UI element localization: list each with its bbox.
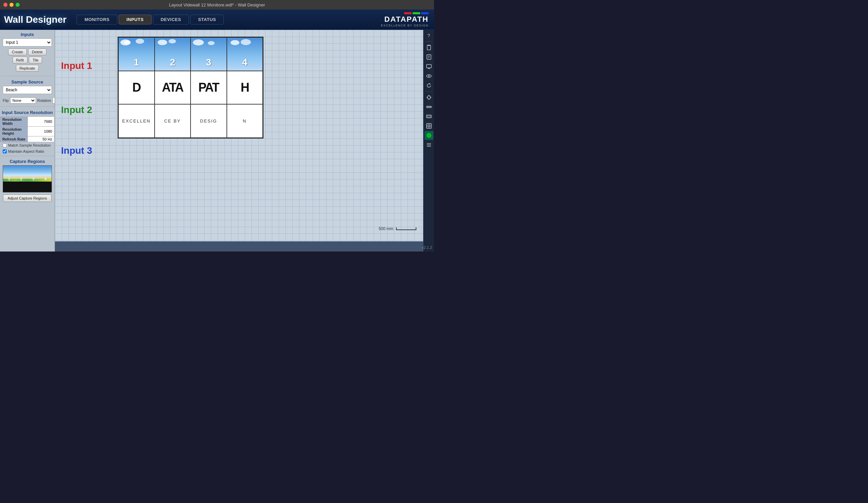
window-title: Layout Videwall 12 Monitore.wdl* - Wall … <box>169 2 265 8</box>
divider-2 <box>0 106 54 107</box>
toolbar-sep-2 <box>425 91 432 92</box>
resolution-width-cell[interactable]: 7680 <box>28 117 54 127</box>
refresh-rate-label: Refresh Rate <box>0 137 28 142</box>
input-label-3: Input 3 <box>61 145 92 156</box>
cell-number-2: 2 <box>170 57 175 68</box>
logo-cell-small-4: N <box>243 119 247 123</box>
tile-button[interactable]: Tile <box>29 57 42 63</box>
maintain-aspect-label: Maintain Aspect Ratio <box>8 149 44 153</box>
canvas-area: Input 1 Input 2 Input 3 1 <box>55 30 423 252</box>
traffic-lights[interactable] <box>3 3 20 7</box>
grid-button[interactable] <box>424 121 433 130</box>
toolbar-sep-1 <box>425 41 432 42</box>
monitor-cell-7[interactable]: PAT <box>190 71 227 104</box>
help-button[interactable]: ? <box>424 31 433 40</box>
logo-name: DATAPATH <box>384 15 428 24</box>
measure-button[interactable] <box>424 112 433 121</box>
logo-cell-text-1: D <box>132 80 141 95</box>
rotation-dropdown[interactable]: 0 90 180 270 <box>53 98 55 103</box>
cell-number-3: 3 <box>206 57 211 68</box>
delete-button[interactable]: Delete <box>28 49 46 55</box>
ruler-button[interactable] <box>424 102 433 111</box>
menu-button[interactable] <box>424 141 433 149</box>
refresh-rate-input[interactable]: 50 Hz <box>30 137 52 141</box>
monitor-cell-8[interactable]: H <box>227 71 263 104</box>
flip-rotation-row: Flip None Horizontal Vertical Both Rotat… <box>0 96 54 105</box>
capture-num-3: 3 <box>32 177 34 181</box>
svg-rect-1 <box>428 45 430 46</box>
inputs-title: Inputs <box>0 30 54 38</box>
titlebar: Layout Videwall 12 Monitore.wdl* - Wall … <box>0 0 434 10</box>
monitor-cell-9[interactable]: EXCELLEN <box>118 104 155 138</box>
resolution-height-cell[interactable]: 1080 <box>28 127 54 137</box>
logo-cell-small-3: DESIG <box>200 119 217 123</box>
adjust-capture-regions-button[interactable]: Adjust Capture Regions <box>3 194 51 202</box>
input-label-2: Input 2 <box>61 104 92 115</box>
maximize-button[interactable] <box>16 3 20 7</box>
tab-inputs[interactable]: INPUTS <box>119 14 152 24</box>
main-content: Inputs Input 1 Input 2 Input 3 Create De… <box>0 30 434 252</box>
capture-preview: 1 2 3 4 <box>3 165 52 192</box>
logo-cell-small-2: CE BY <box>164 119 181 123</box>
monitor-grid: 1 2 3 4 <box>118 37 264 139</box>
logo-cell-text-2: ATA <box>162 80 183 95</box>
scale-label: 500 mm <box>379 227 393 231</box>
divider-1 <box>0 76 54 76</box>
match-sample-checkbox[interactable] <box>3 143 7 147</box>
sample-source-dropdown[interactable]: Beach None Bars <box>3 86 52 94</box>
monitor-cell-10[interactable]: CE BY <box>155 104 191 138</box>
left-panel: Inputs Input 1 Input 2 Input 3 Create De… <box>0 30 55 252</box>
monitor-cell-5[interactable]: D <box>118 71 155 104</box>
monitor-cell-12[interactable]: N <box>227 104 263 138</box>
logo-bar-green <box>413 12 420 14</box>
refit-button[interactable]: Refit <box>12 57 28 63</box>
svg-point-10 <box>428 76 430 77</box>
flip-dropdown[interactable]: None Horizontal Vertical Both <box>10 98 36 103</box>
tab-monitors[interactable]: MONITORS <box>76 14 117 24</box>
monitor-cell-11[interactable]: DESIG <box>190 104 227 138</box>
capture-num-4: 4 <box>44 177 46 181</box>
resolution-width-label: ResolutionWidth <box>0 117 28 127</box>
resolution-height-input[interactable]: 1080 <box>30 129 52 133</box>
close-button[interactable] <box>3 3 8 7</box>
scale-bar: 500 mm <box>379 227 416 231</box>
resolution-width-input[interactable]: 7680 <box>30 120 52 123</box>
document-button[interactable] <box>424 53 433 61</box>
crosshair-button[interactable] <box>424 93 433 102</box>
version-label: v2.1.2 <box>422 245 432 250</box>
logo: DATAPATH EXCELLENCE BY DESIGN <box>381 12 428 27</box>
match-sample-label: Match Sample Resolution <box>8 143 51 147</box>
nav-tabs: MONITORS INPUTS DEVICES STATUS <box>76 14 225 24</box>
input-dropdown[interactable]: Input 1 Input 2 Input 3 <box>3 38 52 47</box>
replicate-button[interactable]: Replicate <box>16 65 39 72</box>
create-button[interactable]: Create <box>8 49 27 55</box>
refresh-rate-cell[interactable]: 50 Hz <box>28 137 54 142</box>
grid-canvas[interactable]: Input 1 Input 2 Input 3 1 <box>55 30 423 241</box>
tab-devices[interactable]: DEVICES <box>153 14 189 24</box>
logo-bar-blue <box>421 12 428 14</box>
maintain-aspect-checkbox[interactable] <box>3 149 7 153</box>
monitor-cell-6[interactable]: ATA <box>155 71 191 104</box>
clipboard-button[interactable] <box>424 43 433 52</box>
sample-source-title: Sample Source <box>0 77 54 86</box>
target-button[interactable] <box>424 131 433 140</box>
display-button[interactable] <box>424 62 433 71</box>
view-button[interactable] <box>424 72 433 80</box>
tab-status[interactable]: STATUS <box>190 14 224 24</box>
monitor-cell-3[interactable]: 3 <box>190 37 227 71</box>
logo-cell-small-1: EXCELLEN <box>122 119 151 123</box>
capture-region-numbers: 1 2 3 4 <box>3 177 52 181</box>
minimize-button[interactable] <box>10 3 13 7</box>
input-label-1: Input 1 <box>61 60 92 71</box>
capture-num-1: 1 <box>8 177 10 181</box>
scale-line <box>396 228 416 230</box>
logo-bars <box>404 12 428 14</box>
rotate-button[interactable] <box>424 81 433 90</box>
app: Wall Designer MONITORS INPUTS DEVICES ST… <box>0 10 434 252</box>
svg-rect-25 <box>426 123 431 128</box>
monitor-cell-4[interactable]: 4 <box>227 37 263 71</box>
monitor-cell-1[interactable]: 1 <box>118 37 155 71</box>
logo-cell-text-3: PAT <box>198 80 219 95</box>
flip-label: Flip <box>3 98 9 102</box>
monitor-cell-2[interactable]: 2 <box>155 37 191 71</box>
